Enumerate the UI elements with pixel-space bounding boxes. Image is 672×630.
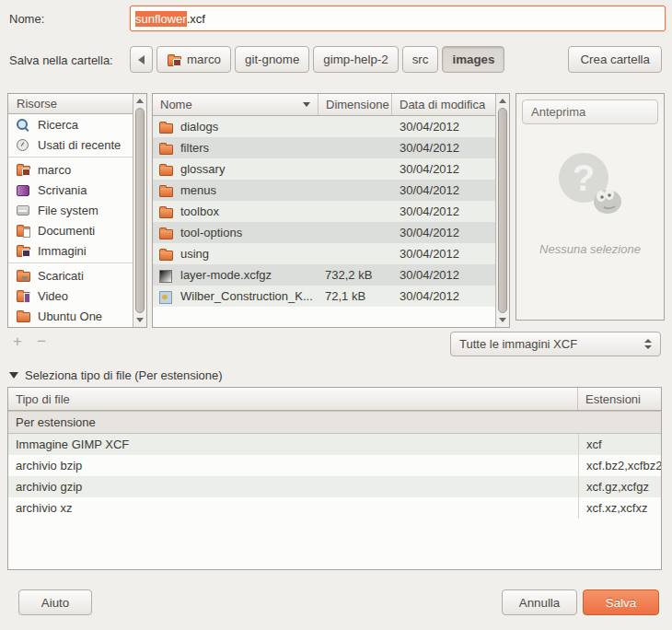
- scroll-down-icon[interactable]: [497, 314, 508, 326]
- sidebar-item-video[interactable]: Video: [8, 286, 133, 306]
- sidebar-item-usati-di-recente[interactable]: Usati di recente: [8, 134, 133, 155]
- folder-icon: [158, 162, 174, 177]
- file-filter-dropdown[interactable]: Tutte le immagini XCF: [450, 332, 661, 356]
- folder-icon: [158, 141, 174, 156]
- remove-place-button[interactable]: −: [37, 332, 46, 351]
- column-header-extensions[interactable]: Estensioni: [578, 388, 661, 410]
- create-folder-button[interactable]: Crea cartella: [568, 46, 662, 73]
- gimp-wilber-question-icon: ?: [550, 150, 630, 220]
- filetype-table: Tipo di file Estensioni Per estensioneIm…: [7, 387, 662, 570]
- sidebar-item-documenti[interactable]: Documenti: [8, 220, 133, 240]
- sidebar-item-ubuntu-one[interactable]: Ubuntu One: [8, 306, 133, 326]
- add-place-button[interactable]: +: [13, 332, 22, 351]
- table-row[interactable]: tool-options30/04/2012: [153, 222, 495, 243]
- breadcrumb: marcogit-gnomegimp-help-2srcimages: [130, 46, 504, 73]
- filename-input[interactable]: sunflower.xcf: [130, 6, 666, 31]
- filetype-expander[interactable]: Seleziona tipo di file (Per estensione): [9, 368, 223, 382]
- sidebar-item-scrivania[interactable]: Scrivania: [8, 180, 133, 200]
- file-list: Nome Dimensione Data di modifica dialogs…: [152, 93, 510, 328]
- breadcrumb-src[interactable]: src: [402, 46, 439, 73]
- table-row[interactable]: archivio bzipxcf.bz2,xcfbz2: [8, 455, 661, 476]
- filename-selected-text: sunflower: [135, 11, 187, 27]
- filelist-scrollbar-thumb[interactable]: [498, 108, 507, 313]
- dropdown-spinner-icon: [644, 339, 652, 349]
- table-row[interactable]: using30/04/2012: [153, 243, 495, 264]
- table-row[interactable]: Per estensione: [8, 411, 661, 434]
- table-row[interactable]: menus30/04/2012: [153, 180, 495, 201]
- gradient-icon: [158, 268, 174, 283]
- sidebar-separator: [8, 262, 133, 263]
- file-filter-value: Tutte le immagini XCF: [459, 337, 577, 351]
- breadcrumb-back-button[interactable]: [130, 46, 153, 73]
- folder-icon: [158, 226, 174, 240]
- breadcrumb-marco[interactable]: marco: [156, 46, 231, 73]
- folder-icon: [158, 204, 174, 219]
- folder-label: Salva nella cartella:: [9, 53, 113, 67]
- search-icon: [16, 117, 31, 132]
- sidebar-separator: [8, 157, 133, 158]
- folder-icon: [16, 309, 31, 323]
- breadcrumb-git-gnome[interactable]: git-gnome: [235, 46, 309, 73]
- table-row[interactable]: dialogs30/04/2012: [153, 116, 495, 137]
- table-row[interactable]: filters30/04/2012: [153, 137, 495, 158]
- folder-icon: [158, 183, 174, 198]
- sort-descending-icon: [303, 102, 310, 107]
- sidebar-item-ricerca[interactable]: Ricerca: [8, 114, 133, 134]
- breadcrumb-gimp-help-2[interactable]: gimp-help-2: [313, 46, 398, 73]
- name-label: Nome:: [9, 12, 44, 26]
- folder-icon: [158, 247, 174, 262]
- cancel-button[interactable]: Annulla: [502, 589, 577, 615]
- sidebar-item-marco[interactable]: marco: [8, 159, 133, 180]
- save-button[interactable]: Salva: [583, 589, 659, 615]
- scroll-up-icon[interactable]: [497, 95, 508, 107]
- table-row[interactable]: layer-mode.xcfgz732,2 kB30/04/2012: [153, 264, 495, 286]
- back-arrow-icon: [138, 55, 145, 64]
- breadcrumb-images[interactable]: images: [442, 46, 504, 73]
- downloads-folder-icon: [16, 268, 31, 283]
- sidebar-scrollbar[interactable]: [133, 94, 146, 327]
- column-header-name[interactable]: Nome: [153, 94, 319, 115]
- places-sidebar: Risorse RicercaUsati di recentemarcoScri…: [7, 93, 147, 328]
- table-row[interactable]: archivio gzipxcf.gz,xcfgz: [8, 476, 661, 497]
- image-icon: [158, 289, 174, 304]
- docs-folder-icon: [16, 223, 31, 238]
- drive-icon: [16, 203, 31, 217]
- preview-panel: Anteprima ? Nessuna selezione: [516, 93, 665, 321]
- table-row[interactable]: glossary30/04/2012: [153, 158, 495, 180]
- desktop-icon: [16, 182, 31, 197]
- table-row[interactable]: Wilber_Construction_K...72,1 kB30/04/201…: [153, 286, 495, 307]
- filelist-scrollbar[interactable]: [495, 94, 509, 327]
- expander-label: Seleziona tipo di file (Per estensione): [25, 368, 223, 382]
- pics-folder-icon: [16, 243, 31, 258]
- column-header-date[interactable]: Data di modifica: [392, 94, 495, 115]
- scroll-down-icon[interactable]: [134, 314, 145, 326]
- places-header[interactable]: Risorse: [8, 94, 146, 114]
- home-folder-icon: [167, 52, 182, 67]
- expander-arrow-icon: [9, 372, 18, 379]
- column-header-size[interactable]: Dimensione: [319, 94, 392, 115]
- filename-suffix-text: .xcf: [187, 12, 205, 26]
- sidebar-item-immagini[interactable]: Immagini: [8, 240, 133, 261]
- table-row[interactable]: archivio xzxcf.xz,xcfxz: [8, 497, 661, 519]
- scroll-up-icon[interactable]: [134, 95, 145, 107]
- preview-title: Anteprima: [522, 99, 658, 124]
- folder-icon: [158, 120, 174, 134]
- table-row[interactable]: Immagine GIMP XCFxcf: [8, 434, 661, 455]
- recent-icon: [16, 137, 31, 152]
- help-button[interactable]: Aiuto: [18, 589, 92, 615]
- column-header-filetype[interactable]: Tipo di file: [8, 388, 578, 410]
- sidebar-item-file-system[interactable]: File system: [8, 200, 133, 220]
- table-row[interactable]: toolbox30/04/2012: [153, 201, 495, 222]
- sidebar-item-scaricati[interactable]: Scaricati: [8, 265, 133, 286]
- sidebar-scrollbar-thumb[interactable]: [135, 108, 145, 313]
- svg-text:?: ?: [573, 158, 595, 198]
- video-folder-icon: [16, 288, 31, 303]
- home-folder-icon: [16, 162, 31, 177]
- no-selection-text: Nessuna selezione: [516, 242, 664, 256]
